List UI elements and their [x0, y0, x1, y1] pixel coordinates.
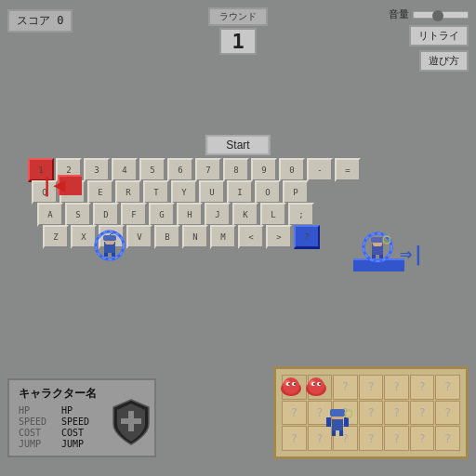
- svg-rect-37: [339, 430, 343, 436]
- enemy-character: [364, 234, 390, 264]
- top-right-controls: 音量 リトライ 遊び方: [389, 7, 469, 72]
- monster-cell-0-6: ?: [435, 375, 460, 400]
- key-9[interactable]: 9: [251, 158, 277, 182]
- key-P[interactable]: P: [283, 180, 309, 205]
- key-O[interactable]: O: [255, 180, 281, 205]
- player-arrow-left: |◀: [41, 173, 66, 196]
- svg-point-14: [383, 236, 390, 244]
- monster-cell-0-4: ?: [384, 375, 409, 400]
- key-T[interactable]: T: [143, 180, 169, 205]
- key-0[interactable]: 0: [279, 158, 305, 182]
- svg-rect-13: [379, 255, 383, 258]
- svg-rect-34: [326, 417, 331, 427]
- key-K[interactable]: K: [232, 203, 258, 227]
- monster-knight: [323, 404, 352, 442]
- svg-point-23: [294, 383, 296, 385]
- slime-2: [304, 374, 328, 400]
- svg-rect-33: [330, 409, 345, 416]
- key-?[interactable]: ?: [294, 225, 320, 249]
- round-label: ラウンド: [208, 7, 268, 26]
- monster-cell-1-3: ?: [359, 401, 384, 426]
- key-L[interactable]: L: [260, 203, 286, 227]
- keyboard-row-4: ZXCVBNM<>?: [43, 225, 361, 249]
- svg-point-18: [283, 377, 299, 394]
- key-8[interactable]: 8: [223, 158, 249, 182]
- key-4[interactable]: 4: [112, 158, 138, 182]
- svg-rect-8: [112, 253, 115, 257]
- svg-rect-16: [121, 418, 141, 424]
- key-D[interactable]: D: [93, 203, 119, 227]
- svg-point-25: [308, 377, 324, 394]
- key-7[interactable]: 7: [195, 158, 221, 182]
- svg-rect-6: [103, 235, 116, 241]
- retry-button[interactable]: リトライ: [409, 25, 469, 46]
- key-S[interactable]: S: [65, 203, 91, 227]
- volume-slider[interactable]: [413, 11, 469, 19]
- key-H[interactable]: H: [177, 203, 203, 227]
- svg-rect-11: [371, 237, 384, 243]
- key-J[interactable]: J: [205, 203, 231, 227]
- monster-cell-0-5: ?: [410, 375, 435, 400]
- key->[interactable]: >: [266, 225, 292, 249]
- monster-cell-2-4: ?: [384, 426, 409, 451]
- monster-cell-1-0: ?: [282, 401, 307, 426]
- start-button[interactable]: Start: [205, 135, 270, 155]
- key-I[interactable]: I: [227, 180, 253, 205]
- volume-thumb: [432, 10, 443, 21]
- score-label: スコア: [17, 14, 50, 27]
- key-R[interactable]: R: [115, 180, 141, 205]
- volume-row: 音量: [389, 7, 469, 21]
- keyboard: 1234567890-= QWERTYUIOP ASDFGHJKL; ZXCVB…: [28, 158, 361, 251]
- svg-rect-12: [372, 255, 376, 258]
- monster-cell-0-2: ?: [333, 375, 358, 400]
- game-area: スコア 0 ラウンド 1 音量 リトライ 遊び方 Start 123456789…: [0, 0, 476, 476]
- key-F[interactable]: F: [121, 203, 147, 227]
- key-U[interactable]: U: [199, 180, 225, 205]
- svg-rect-31: [332, 417, 343, 430]
- monster-cell-2-5: ?: [410, 426, 435, 451]
- monster-cell-1-5: ?: [410, 401, 435, 426]
- volume-label: 音量: [389, 7, 409, 21]
- score-value: 0: [57, 14, 63, 27]
- key-G[interactable]: G: [149, 203, 175, 227]
- score-box: スコア 0: [7, 9, 73, 33]
- key-Y[interactable]: Y: [171, 180, 197, 205]
- slime-1: [279, 374, 303, 400]
- svg-point-22: [288, 383, 290, 385]
- svg-point-29: [313, 383, 315, 385]
- key-A[interactable]: A: [37, 203, 63, 227]
- round-box: ラウンド 1: [208, 7, 268, 55]
- key-Z[interactable]: Z: [43, 225, 69, 249]
- svg-rect-36: [332, 430, 336, 436]
- monster-cell-2-3: ?: [359, 426, 384, 451]
- key-6[interactable]: 6: [167, 158, 193, 182]
- monster-cell-2-0: ?: [282, 426, 307, 451]
- enemy-arrow-right: ⇒|: [400, 242, 425, 265]
- key-V[interactable]: V: [126, 225, 152, 249]
- key-B[interactable]: B: [154, 225, 180, 249]
- player-character: [97, 232, 123, 262]
- svg-rect-7: [104, 253, 108, 257]
- key-E[interactable]: E: [87, 180, 113, 205]
- key-<[interactable]: <: [238, 225, 264, 249]
- key-M[interactable]: M: [210, 225, 236, 249]
- svg-point-30: [319, 383, 321, 385]
- svg-rect-35: [344, 417, 349, 427]
- key-=[interactable]: =: [335, 158, 361, 182]
- monster-cell-1-4: ?: [384, 401, 409, 426]
- monster-cell-2-6: ?: [435, 426, 460, 451]
- round-number: 1: [219, 28, 257, 55]
- howto-button[interactable]: 遊び方: [419, 50, 469, 72]
- key-;[interactable]: ;: [288, 203, 314, 227]
- keyboard-row-3: ASDFGHJKL;: [37, 203, 361, 227]
- svg-point-38: [345, 410, 352, 417]
- key--[interactable]: -: [307, 158, 333, 182]
- shield-icon: [110, 398, 152, 450]
- key-N[interactable]: N: [182, 225, 208, 249]
- monster-box: ???????????????????: [273, 366, 469, 459]
- monster-cell-0-3: ?: [359, 375, 384, 400]
- key-3[interactable]: 3: [84, 158, 110, 182]
- monster-cell-1-6: ?: [435, 401, 460, 426]
- key-5[interactable]: 5: [139, 158, 165, 182]
